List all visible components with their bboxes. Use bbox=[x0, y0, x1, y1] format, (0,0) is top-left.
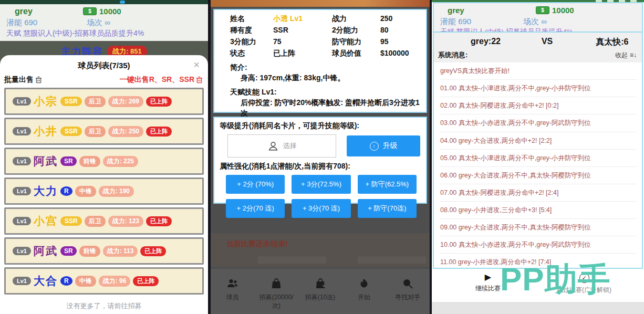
stat-label: 防守能力 bbox=[332, 37, 380, 47]
position-badge: 后卫 bbox=[85, 216, 106, 227]
player-name: 阿武 bbox=[34, 154, 58, 169]
player-detail-card: 姓名 小透 Lv1 战力 250 稀有度 SSR 2分能力 80 bbox=[213, 9, 427, 113]
nav-item-start[interactable]: 开始 bbox=[342, 269, 386, 314]
skill-title: 天赋技能 Lv1: bbox=[230, 87, 421, 97]
nav-item-recruit-single[interactable]: 招募(20000/次) bbox=[254, 269, 298, 314]
match-log-entry: 06.00 grey-大合进攻,两分不中,真太快-阿樱防守到位 bbox=[439, 167, 637, 184]
play-icon: ▶ bbox=[485, 273, 491, 281]
player-name: 大力 bbox=[34, 184, 58, 198]
match-log-entry: 11.00 grey-小井进攻,两分命中+2! [7:4] bbox=[439, 254, 637, 269]
position-badge: 后卫 bbox=[85, 126, 106, 137]
power-badge: 战力: 225 bbox=[103, 156, 138, 167]
player-name: 小宗 bbox=[34, 94, 58, 109]
potential-stat: 潜能 690 bbox=[6, 17, 87, 28]
search-icon bbox=[401, 277, 414, 290]
match-log-list: greyVS真太快比赛开始! 01.00 真太快-小津进攻,两分不中,grey-… bbox=[434, 62, 642, 269]
collapse-toggle[interactable]: 收起 ≡↓ bbox=[615, 51, 637, 60]
rarity-badge: R bbox=[60, 276, 72, 286]
toast-text: 当前比赛还未结束! bbox=[226, 239, 430, 249]
match-log-entry: 08.00 grey-小井进攻,三分命中+3! [5:4] bbox=[439, 202, 637, 219]
matches-stat: 场次 ∞ bbox=[523, 16, 547, 27]
match-log-entry: greyVS真太快比赛开始! bbox=[439, 62, 637, 80]
player-card[interactable]: Lv1 阿武 SR 前锋 战力: 113 已上阵 bbox=[4, 237, 204, 265]
nav-item-find-opponent[interactable]: 寻找对手 bbox=[386, 269, 430, 314]
right-top-strip bbox=[432, 0, 644, 2]
rarity-badge: SR bbox=[60, 156, 77, 166]
strengthen-button[interactable]: + 2分 (70%) bbox=[226, 175, 285, 194]
match-log-entry: 05.00 真太快-小津进攻,两分不中,grey-小井防守到位 bbox=[439, 150, 637, 167]
nav-item-players[interactable]: 球员 bbox=[211, 269, 254, 314]
match-log-entry: 02.00 真太快-阿樱进攻,两分命中+2! [0:2] bbox=[439, 97, 637, 114]
select-card-button[interactable]: 选择 bbox=[227, 134, 336, 158]
onfield-badge: 已上阵 bbox=[133, 276, 159, 286]
stat-label: 战力 bbox=[332, 14, 380, 24]
power-badge: 战力: 123 bbox=[108, 216, 143, 227]
money-display: $ 10000 bbox=[83, 6, 121, 17]
position-badge: 前锋 bbox=[79, 246, 100, 257]
stat-value: 小透 Lv1 bbox=[273, 14, 332, 24]
stat-label: 姓名 bbox=[230, 14, 273, 24]
stat-label: 稀有度 bbox=[230, 26, 273, 35]
match-log-entry: 07.00 真太快-阿樱进攻,两分命中+2! [2:4] bbox=[439, 184, 637, 202]
nav-item-recruit-ten[interactable]: 招募(10连) bbox=[298, 269, 342, 314]
match-log-entry: 03.00 真太快-小赤进攻,两分不中,grey-阿武防守到位 bbox=[439, 114, 637, 132]
stat-value: $100000 bbox=[380, 49, 421, 58]
strengthen-button[interactable]: + 防守(70连) bbox=[358, 199, 417, 218]
rarity-badge: SSR bbox=[60, 216, 82, 226]
stat-value: 75 bbox=[273, 37, 332, 47]
money-icon: $ bbox=[83, 7, 97, 15]
rarity-badge: SR bbox=[60, 246, 77, 256]
player-card[interactable]: Lv1 阿武 SR 前锋 战力: 225 bbox=[4, 148, 204, 175]
rarity-badge: R bbox=[60, 186, 72, 196]
status-icon bbox=[120, 1, 125, 4]
match-actions-bar: ▶ 继续比赛 ✓ 跳过比赛(广告解锁) bbox=[432, 270, 644, 302]
level-badge: Lv1 bbox=[13, 247, 31, 255]
skip-match-button[interactable]: ✓ 跳过比赛(广告解锁) bbox=[550, 273, 618, 295]
player-card[interactable]: Lv1 大合 R 中锋 战力: 96 已上阵 bbox=[4, 267, 204, 295]
continue-match-button[interactable]: ▶ 继续比赛 bbox=[464, 273, 512, 293]
trash-icon bbox=[35, 76, 42, 83]
power-badge: 战力: 96 bbox=[99, 276, 131, 287]
player-name: 小宫 bbox=[34, 214, 58, 228]
nav-label: 招募(10连) bbox=[305, 294, 335, 302]
player-card[interactable]: Lv1 小井 SSR 后卫 战力: 250 已上阵 bbox=[4, 118, 204, 145]
one-key-sell-button[interactable]: 一键出售R、SR、SSR bbox=[120, 75, 203, 85]
stat-label: 状态 bbox=[230, 49, 273, 58]
matches-stat: 场次 ∞ bbox=[87, 17, 110, 28]
rarity-badge: SSR bbox=[60, 97, 82, 106]
match-screen: grey $ 10000 潜能 690 场次 ∞ 天赋 慧眼识人(中级)-招募球… bbox=[432, 0, 644, 314]
username: grey bbox=[448, 5, 536, 16]
strengthen-button[interactable]: + 3分(70 连) bbox=[292, 199, 350, 218]
player-name: 阿武 bbox=[34, 244, 58, 258]
away-score: 真太快:6 bbox=[596, 37, 628, 48]
power-badge: 战力: 113 bbox=[103, 246, 138, 257]
skill-desc: 后仰投篮: 防守时20%概率触发: 盖帽并抢断后3分进攻1次 bbox=[230, 97, 421, 118]
intro-text: 身高: 197cm,体重: 83kg,中锋。 bbox=[230, 72, 421, 83]
onfield-badge: 已上阵 bbox=[146, 216, 172, 226]
batch-sell-button[interactable]: 批量出售 bbox=[4, 75, 42, 85]
dimmed-buttons bbox=[258, 256, 430, 264]
strengthen-title: 属性强化(消耗1点潜能/次,当前拥有708): bbox=[220, 162, 421, 171]
nav-label: 球员 bbox=[226, 294, 239, 302]
level-badge: Lv1 bbox=[13, 277, 31, 285]
player-card[interactable]: Lv1 小宫 SSR 后卫 战力: 123 已上阵 bbox=[4, 207, 204, 235]
position-badge: 中锋 bbox=[75, 276, 96, 287]
left-screen: grey $ 10000 潜能 690 场次 ∞ 天赋 慧眼识人(中级)-招募球… bbox=[0, 0, 208, 314]
upgrade-title: 等级提升(消耗同名卡片，可提升技能等级): bbox=[220, 121, 421, 131]
stat-value: 80 bbox=[380, 26, 421, 35]
player-stats-grid: 姓名 小透 Lv1 战力 250 稀有度 SSR 2分能力 80 bbox=[230, 14, 421, 58]
player-card[interactable]: Lv1 大力 R 中锋 战力: 190 bbox=[4, 177, 204, 205]
player-card[interactable]: Lv1 小宗 SSR 后卫 战力: 269 已上阵 bbox=[4, 88, 204, 115]
close-icon[interactable]: × bbox=[193, 60, 200, 69]
upgrade-button[interactable]: ↑ 升级 bbox=[347, 135, 420, 156]
strengthen-button[interactable]: + 2分(70 连) bbox=[226, 199, 285, 218]
trash-icon bbox=[196, 76, 203, 83]
upgrade-section: 等级提升(消耗同名卡片，可提升技能等级): 选择 ↑ 升级 属性强化(消耗1点潜… bbox=[213, 117, 427, 204]
stat-label: 球员价值 bbox=[332, 49, 380, 58]
strengthen-button[interactable]: + 3分(72.5%) bbox=[292, 175, 350, 194]
position-badge: 中锋 bbox=[75, 186, 96, 197]
match-log-entry: 01.00 真太快-小津进攻,两分不中,grey-小井防守到位 bbox=[439, 80, 637, 97]
position-badge: 后卫 bbox=[85, 96, 106, 107]
strengthen-button[interactable]: + 防守(62.5%) bbox=[358, 175, 417, 194]
player-name: 大合 bbox=[34, 274, 58, 288]
